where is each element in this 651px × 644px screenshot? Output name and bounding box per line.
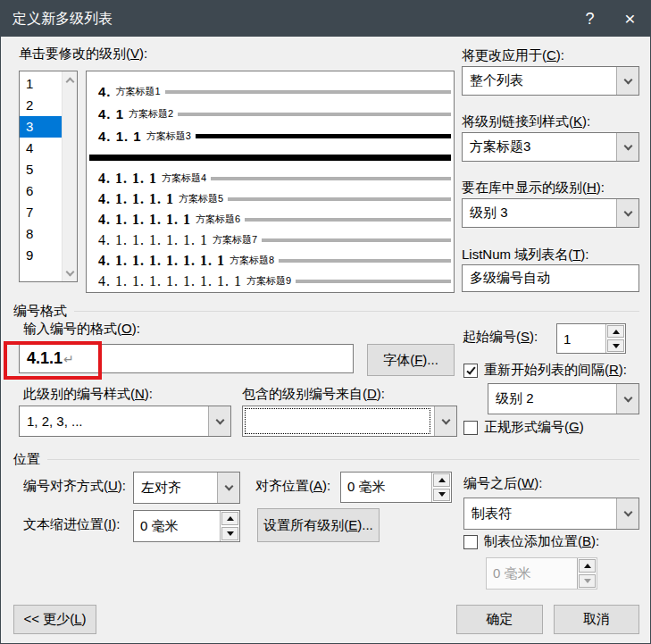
scroll-up-icon[interactable] <box>63 71 77 88</box>
spin-down-icon[interactable] <box>221 527 238 540</box>
preview-number: 4. 1 <box>98 106 124 121</box>
preview-text-bar <box>245 218 451 222</box>
number-style-combo[interactable]: 1, 2, 3, ... <box>19 406 231 437</box>
spin-up-icon[interactable] <box>433 473 450 487</box>
spin-up-icon[interactable] <box>607 325 624 338</box>
scroll-down-icon[interactable] <box>63 264 77 281</box>
preview-text-bar <box>165 90 451 94</box>
text-indent-spinner[interactable]: 0 毫米 <box>133 510 240 542</box>
font-button[interactable]: 字体(F)... <box>367 344 455 376</box>
preview-title: 方案标题7 <box>213 233 257 247</box>
preview-title: 方案标题1 <box>116 85 161 98</box>
chevron-down-icon[interactable] <box>434 406 456 436</box>
level-item-5[interactable]: 5 <box>20 159 62 180</box>
preview-line: 4. 1 方案标题2 <box>98 103 451 125</box>
chevron-down-icon[interactable] <box>208 406 230 436</box>
spin-down-icon[interactable] <box>433 489 450 502</box>
level-picker-label: 单击要修改的级别(V): <box>19 46 147 63</box>
restart-checkbox-checked[interactable] <box>463 364 478 378</box>
chevron-down-icon[interactable] <box>616 384 638 414</box>
add-tab-value: 0 毫米 <box>487 565 577 582</box>
ok-button[interactable]: 确定 <box>456 605 543 634</box>
preview-line: 4. 1. 1. 1. 1 方案标题5 <box>98 188 451 209</box>
spin-up-icon[interactable] <box>221 512 238 525</box>
apply-to-combo[interactable]: 整个列表 <box>462 66 639 96</box>
preview-title: 方案标题6 <box>196 213 240 226</box>
legal-checkbox-unchecked[interactable] <box>463 421 478 435</box>
focus-rect <box>245 408 430 434</box>
listnum-label: ListNum 域列表名(T): <box>462 247 589 263</box>
preview-separator-bar <box>89 155 451 161</box>
preview-line: 4. 1. 1. 1. 1. 1 方案标题6 <box>98 209 451 230</box>
ok-button-label: 确定 <box>487 611 513 628</box>
position-group-title: 位置 <box>13 451 40 468</box>
listbox-scrollbar[interactable] <box>62 71 77 281</box>
group-divider <box>47 459 639 460</box>
text-indent-label: 文本缩进位置(I): <box>23 516 120 533</box>
close-icon[interactable]: × <box>610 1 650 37</box>
level-item-1[interactable]: 1 <box>20 73 62 95</box>
alignment-label: 编号对齐方式(U): <box>23 478 126 495</box>
follow-number-value: 制表符 <box>464 506 616 523</box>
level-item-2[interactable]: 2 <box>20 95 62 116</box>
include-level-label: 包含的级别编号来自(D): <box>242 386 385 403</box>
gallery-level-label: 要在库中显示的级别(H): <box>462 180 605 197</box>
cancel-button[interactable]: 取消 <box>554 605 639 634</box>
cancel-button-label: 取消 <box>583 611 610 628</box>
gallery-level-combo[interactable]: 级别 3 <box>462 198 639 228</box>
preview-number: 4. 1. 1. 1 <box>98 171 157 187</box>
level-item-8[interactable]: 8 <box>20 223 62 245</box>
dialog-title: 定义新多级列表 <box>1 10 570 29</box>
restart-level-value: 级别 2 <box>488 390 616 407</box>
level-item-6[interactable]: 6 <box>20 180 62 202</box>
link-style-label: 将级别链接到样式(K): <box>462 113 590 130</box>
chevron-down-icon[interactable] <box>616 67 638 95</box>
preview-text-bar <box>196 134 451 138</box>
follow-number-combo[interactable]: 制表符 <box>463 498 639 530</box>
chevron-down-icon[interactable] <box>616 133 638 161</box>
add-tab-label: 制表位添加位置(B): <box>484 533 599 550</box>
less-button[interactable]: << 更少(L) <box>13 605 96 634</box>
set-all-levels-button[interactable]: 设置所有级别(E)... <box>257 508 380 542</box>
preview-text-bar <box>228 197 451 201</box>
level-item-3-selected[interactable]: 3 <box>20 116 62 138</box>
level-listbox[interactable]: 1 2 3 4 5 6 7 8 9 <box>19 71 78 282</box>
aligned-at-value: 0 毫米 <box>341 479 431 496</box>
include-level-combo[interactable] <box>242 406 457 437</box>
link-style-combo[interactable]: 方案标题3 <box>462 132 639 162</box>
chevron-down-icon[interactable] <box>616 498 638 529</box>
listnum-input[interactable]: 多级编号自动 <box>462 264 639 292</box>
restart-checkbox-row[interactable]: 重新开始列表的间隔(R): <box>463 362 647 379</box>
preview-number: 4. <box>98 84 112 99</box>
preview-number: 4. 1. 1 <box>98 129 142 144</box>
chevron-down-icon[interactable] <box>616 199 638 227</box>
preview-title: 方案标题8 <box>230 254 274 267</box>
alignment-combo[interactable]: 左对齐 <box>133 472 240 504</box>
aligned-at-spinner[interactable]: 0 毫米 <box>340 472 452 503</box>
add-tab-checkbox-row[interactable]: 制表位添加位置(B): <box>463 533 647 550</box>
restart-level-combo[interactable]: 级别 2 <box>488 383 639 414</box>
chevron-down-icon[interactable] <box>217 473 239 503</box>
start-at-spinner[interactable]: 1 <box>556 323 626 354</box>
less-button-label: << 更少(L) <box>23 611 86 628</box>
group-divider <box>74 311 639 312</box>
level-item-7[interactable]: 7 <box>20 202 62 223</box>
help-icon[interactable]: ? <box>570 1 610 37</box>
spin-down-icon <box>579 574 596 588</box>
preview-line: 4. 1. 1. 1. 1. 1. 1. 1 方案标题8 <box>98 250 451 271</box>
red-annotation-box <box>4 341 102 380</box>
spin-down-icon[interactable] <box>607 339 624 352</box>
follow-number-label: 编号之后(W): <box>463 475 542 492</box>
list-preview: 4. 方案标题1 4. 1 方案标题2 4. 1. 1 方案标题3 4. 1. … <box>86 71 455 293</box>
preview-title: 方案标题2 <box>129 107 173 121</box>
preview-text-bar <box>279 259 451 263</box>
preview-number: 4. 1. 1. 1. 1. 1 <box>98 212 191 228</box>
alignment-value: 左对齐 <box>134 480 217 497</box>
listnum-value: 多级编号自动 <box>470 270 550 287</box>
preview-text-bar <box>296 280 451 283</box>
add-tab-checkbox-unchecked[interactable] <box>463 535 478 549</box>
level-item-9[interactable]: 9 <box>20 245 62 266</box>
legal-checkbox-row[interactable]: 正规形式编号(G) <box>463 419 647 436</box>
preview-line: 4. 方案标题1 <box>98 80 451 103</box>
level-item-4[interactable]: 4 <box>20 138 62 159</box>
